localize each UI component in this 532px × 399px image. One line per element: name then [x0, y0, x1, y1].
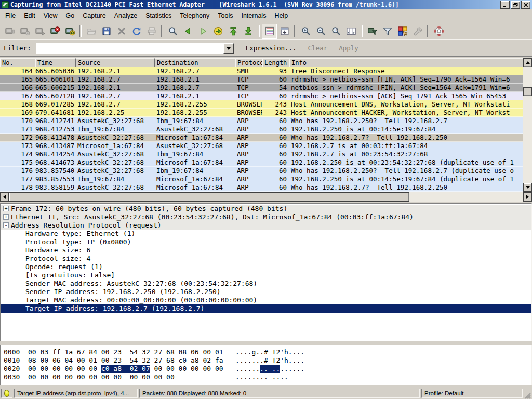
column-header-no[interactable]: No. [0, 58, 35, 67]
menu-internals[interactable]: Internals [237, 10, 270, 21]
menu-file[interactable]: File [1, 10, 20, 21]
packet-list-hscrollbar[interactable] [0, 192, 532, 202]
filter-dropdown-button[interactable] [223, 43, 234, 54]
vscroll-thumb[interactable] [523, 87, 532, 96]
packet-row-172[interactable]: 172968.413478AsustekC_32:27:68Microsof_1… [0, 134, 523, 142]
zoom-actual-button[interactable]: 1:1 [328, 24, 343, 39]
detail-row[interactable]: Sender MAC address: AsustekC_32:27:68 (0… [1, 280, 531, 288]
file-open-button[interactable] [84, 24, 99, 39]
menu-view[interactable]: View [39, 10, 62, 21]
packet-row-178[interactable]: 178983.858159AsustekC_32:27:68Microsof_1… [0, 183, 523, 192]
column-header-time[interactable]: Time [35, 58, 76, 67]
autoscroll-button[interactable] [277, 24, 292, 39]
window-buttons [500, 1, 530, 9]
goto-packet-button[interactable] [210, 24, 225, 39]
menu-edit[interactable]: Edit [20, 10, 39, 21]
packet-row-171[interactable]: 171968.412753Ibm_19:67:84AsustekC_32:27:… [0, 125, 523, 134]
coloring-rules-button[interactable] [395, 24, 410, 39]
close-button[interactable] [521, 1, 530, 9]
file-save-button[interactable] [99, 24, 114, 39]
expand-icon[interactable]: + [3, 214, 9, 220]
hex-row[interactable]: 0000 00 03 ff 1a 67 84 00 23 54 32 27 68… [4, 348, 531, 356]
clear-button[interactable]: Clear [308, 44, 328, 52]
column-header-info[interactable]: Info [289, 58, 523, 67]
colorize-button[interactable] [262, 24, 277, 39]
hscroll-thumb[interactable] [9, 192, 409, 202]
detail-row[interactable]: +Ethernet II, Src: AsustekC_32:27:68 (00… [1, 213, 531, 221]
help-button[interactable] [431, 24, 446, 39]
nav-back-button[interactable] [180, 24, 195, 39]
resize-columns-button[interactable] [343, 24, 358, 39]
detail-row[interactable]: +Frame 172: 60 bytes on wire (480 bits),… [1, 205, 531, 213]
detail-row[interactable]: Opcode: request (1) [1, 263, 531, 271]
capture-interfaces-button[interactable] [2, 24, 17, 39]
packet-row-170[interactable]: 170968.412741AsustekC_32:27:68Ibm_19:67:… [0, 117, 523, 125]
restore-button[interactable] [511, 1, 520, 9]
packet-row-173[interactable]: 173968.413487Microsof_1a:67:84AsustekC_3… [0, 142, 523, 150]
column-header-protocol[interactable]: Protocol [235, 58, 262, 67]
menu-help[interactable]: Help [270, 10, 292, 21]
detail-row[interactable]: [Is gratuitous: False] [1, 271, 531, 280]
filter-input[interactable] [36, 43, 223, 54]
detail-row[interactable]: Hardware type: Ethernet (1) [1, 230, 531, 238]
reload-button[interactable] [129, 24, 144, 39]
capture-start-button[interactable] [32, 24, 47, 39]
profile-status-panel[interactable]: Profile: Default [421, 389, 523, 398]
detail-row[interactable]: Protocol size: 4 [1, 255, 531, 263]
packet-row-164[interactable]: 164665.605036192.168.2.1192.168.2.7SMB93… [0, 67, 523, 75]
detail-row[interactable]: Protocol type: IP (0x0800) [1, 238, 531, 246]
packet-row-177[interactable]: 177983.857553Ibm_19:67:84Microsof_1a:67:… [0, 175, 523, 183]
go-top-button[interactable] [225, 24, 241, 39]
zoom-in-button[interactable] [298, 24, 313, 39]
hex-row[interactable]: 0030 00 00 00 00 00 00 00 00 00 00 00 00… [4, 373, 531, 381]
capture-filters-button[interactable] [365, 24, 380, 39]
file-close-button[interactable] [114, 24, 129, 39]
column-header-length[interactable]: Length [262, 58, 289, 67]
vscroll-up-button[interactable] [523, 58, 532, 67]
expert-info-button[interactable] [1, 389, 12, 398]
print-button[interactable] [144, 24, 159, 39]
packet-row-168[interactable]: 168669.017285192.168.2.7192.168.2.255BRO… [0, 100, 523, 109]
expand-icon[interactable]: + [3, 206, 9, 211]
hex-row[interactable]: 0020 00 00 00 00 00 00 c0 a8 02 07 00 00… [4, 365, 531, 373]
menu-capture[interactable]: Capture [78, 10, 110, 21]
menu-statistics[interactable]: Statistics [141, 10, 176, 21]
packet-row-167[interactable]: 167665.607128192.168.2.7192.168.2.1TCP60… [0, 92, 523, 100]
hex-row[interactable]: 0010 08 00 06 04 00 01 00 23 54 32 27 68… [4, 356, 531, 365]
packet-row-169[interactable]: 169679.641681192.168.2.25192.168.2.255BR… [0, 109, 523, 117]
menu-analyze[interactable]: Analyze [110, 10, 141, 21]
go-bottom-button[interactable] [241, 24, 256, 39]
apply-button[interactable]: Apply [339, 44, 358, 52]
hscroll-right-button[interactable] [523, 192, 532, 202]
preferences-button[interactable] [410, 24, 425, 39]
capture-stop-button[interactable] [47, 24, 62, 39]
find-button[interactable] [165, 24, 180, 39]
detail-row[interactable]: -Address Resolution Protocol (request) [1, 221, 531, 230]
vscroll-down-button[interactable] [523, 183, 532, 192]
capture-options-button[interactable] [17, 24, 32, 39]
hscroll-left-button[interactable] [0, 192, 9, 202]
zoom-out-button[interactable] [313, 24, 328, 39]
menu-tools[interactable]: Tools [214, 10, 237, 21]
detail-row[interactable]: Sender IP address: 192.168.2.250 (192.16… [1, 288, 531, 296]
resize-grip-icon[interactable] [524, 392, 531, 399]
collapse-icon[interactable]: - [3, 222, 9, 228]
menu-go[interactable]: Go [62, 10, 79, 21]
detail-row[interactable]: Target IP address: 192.168.2.7 (192.168.… [1, 304, 531, 313]
column-header-source[interactable]: Source [76, 58, 155, 67]
expression-button[interactable]: Expression... [246, 44, 297, 52]
detail-row[interactable]: Target MAC address: 00:00:00_00:00:00 (0… [1, 296, 531, 304]
column-header-destination[interactable]: Destination [155, 58, 235, 67]
packet-row-166[interactable]: 166665.606215192.168.2.1192.168.2.7TCP54… [0, 84, 523, 92]
detail-row[interactable]: Hardware size: 6 [1, 246, 531, 255]
packet-list-vscrollbar[interactable] [523, 58, 532, 192]
packet-row-176[interactable]: 176983.857540AsustekC_32:27:68Ibm_19:67:… [0, 167, 523, 175]
display-filters-button[interactable] [380, 24, 395, 39]
packet-row-165[interactable]: 165665.606101192.168.2.7192.168.2.1TCP60… [0, 75, 523, 84]
packet-row-174[interactable]: 174968.414254AsustekC_32:27:68Ibm_19:67:… [0, 150, 523, 158]
capture-restart-button[interactable] [62, 24, 77, 39]
minimize-button[interactable] [500, 1, 510, 9]
nav-forward-button[interactable] [195, 24, 210, 39]
menu-telephony[interactable]: Telephony [176, 10, 214, 21]
packet-row-175[interactable]: 175968.414673AsustekC_32:27:68Microsof_1… [0, 158, 523, 167]
